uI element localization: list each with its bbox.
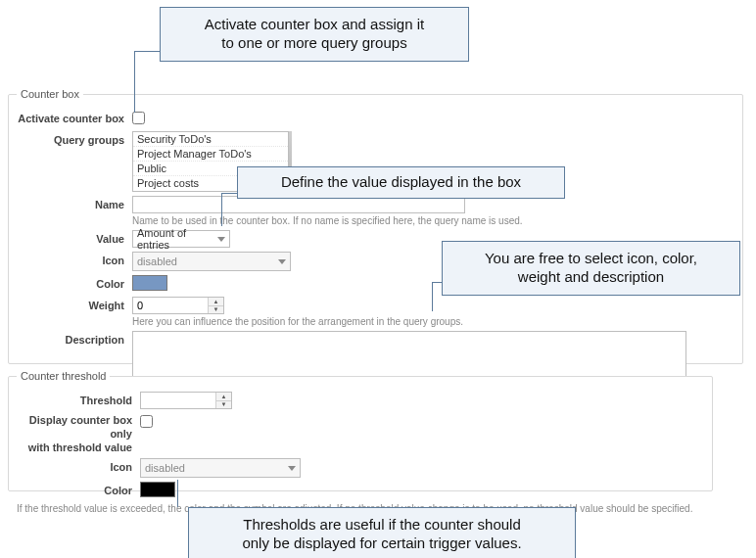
- counter-threshold-legend: Counter threshold: [17, 370, 110, 382]
- spinner-down-button[interactable]: ▼: [216, 401, 231, 409]
- value-select-text: Amount of entries: [137, 227, 217, 251]
- threshold-spinner[interactable]: ▲ ▼: [140, 392, 232, 409]
- thr-icon-select[interactable]: disabled: [140, 458, 301, 478]
- list-item[interactable]: Security ToDo's: [133, 132, 288, 147]
- counter-box-legend: Counter box: [17, 88, 83, 100]
- callout-style: You are free to select icon, color, weig…: [442, 241, 740, 296]
- list-item[interactable]: Project Manager ToDo's: [133, 147, 288, 162]
- callout-value-line-h: [221, 193, 237, 194]
- color-label: Color: [13, 275, 132, 293]
- weight-label: Weight: [13, 297, 132, 314]
- weight-hint: Here you can influence the position for …: [132, 316, 732, 327]
- callout-style-line-h: [432, 282, 442, 283]
- query-groups-label: Query groups: [13, 131, 132, 149]
- thr-icon-label: Icon: [13, 458, 140, 476]
- callout-threshold-line-v: [177, 480, 178, 507]
- activate-label: Activate counter box: [13, 110, 132, 127]
- value-label: Value: [13, 230, 132, 248]
- name-label: Name: [13, 196, 132, 213]
- counter-threshold-fieldset: Counter threshold Threshold ▲ ▼ Display …: [8, 370, 713, 491]
- icon-select-text: disabled: [137, 256, 177, 267]
- value-select[interactable]: Amount of entries: [132, 230, 230, 248]
- callout-value: Define the value displayed in the box: [237, 166, 565, 199]
- chevron-down-icon: [217, 237, 225, 242]
- spinner-down-button[interactable]: ▼: [209, 306, 223, 314]
- thr-color-swatch[interactable]: [140, 482, 175, 497]
- callout-activate: Activate counter box and assign it to on…: [160, 7, 469, 62]
- icon-label: Icon: [13, 252, 132, 269]
- callout-value-text: Define the value displayed in the box: [281, 173, 521, 190]
- description-label: Description: [13, 331, 132, 349]
- spinner-up-button[interactable]: ▲: [209, 298, 223, 306]
- activate-checkbox[interactable]: [132, 112, 145, 124]
- thr-icon-select-text: disabled: [145, 462, 185, 474]
- spinner-up-button[interactable]: ▲: [216, 393, 231, 401]
- callout-activate-line-v: [134, 51, 135, 113]
- callout-style-line-v: [432, 282, 433, 311]
- threshold-label: Threshold: [13, 392, 140, 409]
- weight-spinner[interactable]: ▲ ▼: [132, 297, 224, 314]
- callout-activate-text: Activate counter box and assign it to on…: [205, 16, 424, 51]
- chevron-down-icon: [288, 466, 296, 471]
- display-only-label: Display counter box only with threshold …: [13, 413, 140, 454]
- color-swatch[interactable]: [132, 275, 167, 291]
- callout-style-text: You are free to select icon, color, weig…: [485, 250, 697, 285]
- callout-value-line-v: [221, 193, 222, 226]
- callout-threshold: Thresholds are useful if the counter sho…: [188, 507, 576, 558]
- callout-activate-line-h: [134, 51, 160, 52]
- chevron-down-icon: [278, 259, 286, 264]
- callout-threshold-text: Thresholds are useful if the counter sho…: [242, 516, 521, 551]
- icon-select[interactable]: disabled: [132, 252, 291, 271]
- counter-box-fieldset: Counter box Activate counter box Query g…: [8, 88, 743, 364]
- display-only-checkbox[interactable]: [140, 415, 153, 428]
- threshold-input[interactable]: [141, 393, 215, 408]
- weight-input[interactable]: [133, 298, 208, 313]
- thr-color-label: Color: [13, 482, 140, 499]
